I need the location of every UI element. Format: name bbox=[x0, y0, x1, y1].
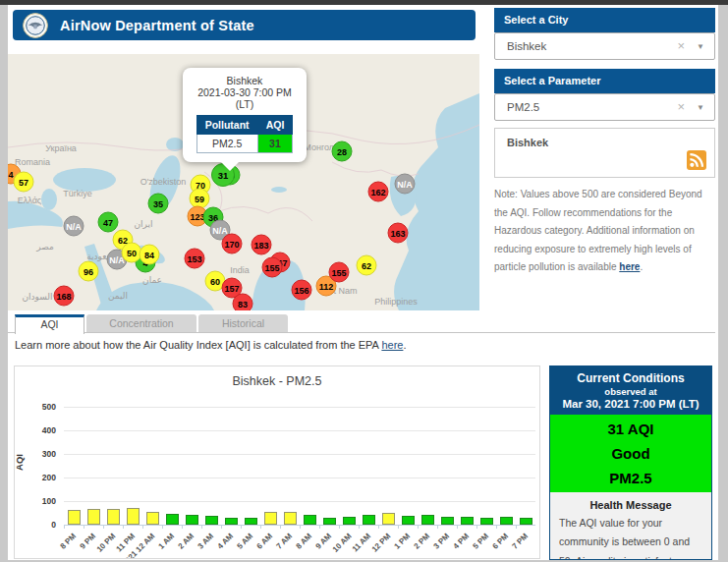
y-tick-label: 100 bbox=[17, 496, 56, 506]
chart-bar[interactable] bbox=[127, 508, 140, 525]
aqi-chart-panel: Bishkek - PM2.5 AQI 01002003004005008 PM… bbox=[14, 365, 540, 559]
x-tick-label: 6 PM bbox=[491, 532, 511, 551]
y-tick-label: 500 bbox=[17, 402, 56, 412]
tab-underline bbox=[8, 332, 715, 333]
x-tick-label: 5 PM bbox=[472, 532, 491, 551]
aqi-pollutant-line: PM2.5 bbox=[609, 466, 651, 490]
chart-bar[interactable] bbox=[520, 518, 532, 525]
map-marker[interactable]: N/A bbox=[395, 174, 416, 195]
chart-bar[interactable] bbox=[186, 515, 198, 525]
chart-bar[interactable] bbox=[68, 510, 81, 525]
x-tick-mark bbox=[476, 525, 477, 529]
health-message-title: Health Message bbox=[550, 499, 711, 511]
popup-datetime: 2021-03-30 7:00 PM bbox=[187, 86, 303, 98]
observed-datetime: Mar 30, 2021 7:00 PM (LT) bbox=[550, 398, 711, 410]
chart-bar[interactable] bbox=[146, 512, 159, 525]
x-tick-label: 7 PM bbox=[511, 532, 531, 551]
city-dropdown-value: Bishkek bbox=[507, 40, 546, 52]
aqi-value-line: 31 AQI bbox=[608, 417, 654, 441]
map-marker[interactable]: N/A bbox=[64, 216, 84, 237]
x-tick-label: 3 PM bbox=[432, 532, 452, 551]
chart-bar[interactable] bbox=[323, 518, 336, 525]
chart-bar[interactable] bbox=[304, 515, 316, 525]
map-marker[interactable]: 163 bbox=[388, 223, 409, 244]
chart-bar[interactable] bbox=[441, 517, 454, 525]
page-title: AirNow Department of State bbox=[60, 18, 254, 33]
aqi-map[interactable]: УкраїнаRomaniaΕλλάςTürkiyeO'zbekistonاير… bbox=[8, 54, 479, 310]
x-tick-label: 2 PM bbox=[413, 532, 432, 551]
note-here-link[interactable]: here bbox=[619, 261, 640, 272]
map-country-label: اليمن bbox=[108, 291, 128, 301]
x-tick-mark bbox=[241, 525, 242, 529]
map-marker[interactable]: 83 bbox=[233, 294, 253, 311]
current-conditions-header: Current Conditions observed at Mar 30, 2… bbox=[550, 366, 711, 415]
map-marker[interactable]: 62 bbox=[357, 255, 377, 276]
app-header: AirNow Department of State bbox=[13, 10, 476, 40]
map-marker[interactable]: 183 bbox=[252, 235, 272, 255]
health-message-text: The AQI value for your community is betw… bbox=[550, 514, 711, 560]
chart-bar[interactable] bbox=[166, 514, 179, 525]
map-marker[interactable]: 155 bbox=[262, 257, 283, 278]
x-tick-label: 3 AM bbox=[196, 532, 216, 551]
rss-icon[interactable] bbox=[687, 150, 706, 170]
clear-icon[interactable]: × bbox=[677, 33, 685, 59]
learn-more-text: Learn more about how the Air Quality Ind… bbox=[15, 339, 406, 351]
map-marker[interactable]: 84 bbox=[140, 245, 160, 265]
map-marker[interactable]: 28 bbox=[332, 141, 353, 162]
chart-bar[interactable] bbox=[225, 518, 238, 525]
chart-bar[interactable] bbox=[264, 512, 277, 525]
select-city-header: Select a City bbox=[494, 8, 715, 32]
chevron-down-icon[interactable]: ▼ bbox=[697, 95, 704, 121]
chevron-down-icon[interactable]: ▼ bbox=[697, 34, 704, 60]
map-marker[interactable]: 57 bbox=[14, 172, 34, 193]
map-marker[interactable]: 162 bbox=[368, 182, 389, 202]
chart-bar[interactable] bbox=[480, 518, 493, 525]
chart-bar[interactable] bbox=[500, 517, 513, 525]
note-text-after: . bbox=[640, 261, 643, 272]
chart-title: Bishkek - PM2.5 bbox=[15, 374, 539, 388]
chart-bar[interactable] bbox=[284, 512, 297, 525]
learn-more-after: . bbox=[403, 339, 406, 351]
map-marker[interactable]: 35 bbox=[148, 194, 169, 214]
clear-icon[interactable]: × bbox=[677, 94, 685, 120]
city-dropdown[interactable]: Bishkek × ▼ bbox=[494, 32, 715, 60]
map-popup: Bishkek 2021-03-30 7:00 PM (LT) Pollutan… bbox=[183, 68, 307, 162]
airnow-page: AirNow Department of State bbox=[0, 0, 728, 562]
chart-bar[interactable] bbox=[421, 515, 434, 525]
map-country-label: مصر bbox=[36, 242, 54, 252]
tab-aqi[interactable]: AQI bbox=[15, 314, 84, 334]
map-marker[interactable]: 153 bbox=[185, 249, 205, 269]
popup-col-aqi: AQI bbox=[257, 116, 293, 135]
map-marker[interactable]: 156 bbox=[292, 280, 312, 301]
map-marker[interactable]: 168 bbox=[54, 286, 75, 307]
chart-bar[interactable] bbox=[107, 509, 120, 525]
x-tick-mark bbox=[123, 525, 124, 529]
chart-bar[interactable] bbox=[402, 516, 415, 525]
chart-bar[interactable] bbox=[382, 513, 395, 525]
x-tick-label: 1 AM bbox=[157, 532, 177, 551]
chart-bar[interactable] bbox=[461, 517, 474, 525]
map-marker[interactable]: 170 bbox=[222, 234, 243, 254]
map-country-label: Türkiye bbox=[63, 189, 92, 198]
x-tick-label: 10 AM bbox=[331, 532, 354, 554]
map-marker[interactable]: 96 bbox=[79, 261, 99, 282]
x-tick-label: 5 AM bbox=[236, 532, 255, 551]
tab-concentration[interactable]: Concentration bbox=[86, 314, 196, 333]
chart-bar[interactable] bbox=[363, 515, 375, 525]
x-tick-mark bbox=[516, 525, 517, 529]
chart-bar[interactable] bbox=[87, 509, 100, 525]
map-marker[interactable]: 155 bbox=[329, 262, 350, 283]
popup-arrow bbox=[220, 161, 240, 171]
map-marker[interactable]: 47 bbox=[98, 212, 119, 233]
chart-bar[interactable] bbox=[343, 517, 356, 525]
parameter-dropdown[interactable]: PM2.5 × ▼ bbox=[494, 93, 715, 121]
x-tick-mark bbox=[201, 525, 202, 529]
chart-bar[interactable] bbox=[245, 518, 257, 525]
tab-historical[interactable]: Historical bbox=[198, 314, 288, 333]
select-parameter-header: Select a Parameter bbox=[494, 69, 715, 93]
learn-more-here-link[interactable]: here bbox=[381, 339, 403, 351]
map-country-label: ايران bbox=[134, 219, 152, 229]
x-tick-label: 8 PM bbox=[59, 532, 79, 551]
map-country-label: عمان bbox=[142, 275, 162, 285]
chart-bar[interactable] bbox=[205, 516, 218, 525]
